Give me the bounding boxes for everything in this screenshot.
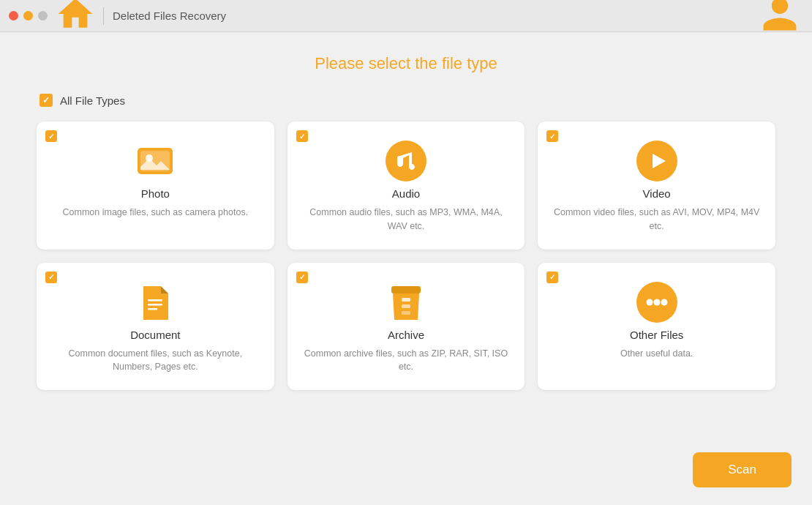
document-icon <box>135 282 176 323</box>
other-checkbox[interactable] <box>546 272 558 283</box>
scan-button[interactable]: Scan <box>693 452 792 487</box>
file-type-card-photo[interactable]: Photo Common image files, such as camera… <box>37 121 274 250</box>
all-file-types-label: All File Types <box>60 94 125 107</box>
photo-description: Common image files, such as camera photo… <box>63 206 249 220</box>
minimize-button[interactable] <box>23 11 33 20</box>
other-title: Other Files <box>630 329 683 341</box>
svg-rect-11 <box>402 304 410 308</box>
svg-rect-10 <box>402 298 410 302</box>
svg-rect-6 <box>148 299 162 302</box>
svg-rect-8 <box>148 308 157 310</box>
video-icon <box>636 141 677 182</box>
traffic-lights <box>9 11 48 20</box>
video-title: Video <box>643 187 671 200</box>
document-checkbox[interactable] <box>45 272 57 283</box>
maximize-button[interactable] <box>38 11 48 20</box>
title-bar: Deleted Files Recovery <box>0 0 812 32</box>
svg-rect-7 <box>148 304 162 306</box>
home-icon[interactable] <box>55 0 96 38</box>
archive-title: Archive <box>388 329 424 341</box>
archive-checkbox[interactable] <box>296 272 308 283</box>
document-description: Common document files, such as Keynote, … <box>51 347 260 375</box>
title-divider <box>103 7 104 25</box>
user-icon[interactable] <box>759 0 800 39</box>
svg-point-14 <box>646 299 653 305</box>
file-type-card-audio[interactable]: Audio Common audio files, such as MP3, W… <box>287 121 525 250</box>
all-file-types-row[interactable]: All File Types <box>37 94 775 107</box>
photo-title: Photo <box>141 187 170 200</box>
file-type-card-video[interactable]: Video Common video files, such as AVI, M… <box>538 121 775 250</box>
audio-checkbox[interactable] <box>296 130 308 142</box>
svg-point-16 <box>661 299 667 305</box>
svg-rect-12 <box>402 311 410 315</box>
audio-description: Common audio files, such as MP3, WMA, M4… <box>302 206 511 233</box>
document-title: Document <box>130 329 180 341</box>
file-types-grid: Photo Common image files, such as camera… <box>37 121 775 390</box>
photo-checkbox[interactable] <box>45 130 57 142</box>
other-icon <box>636 282 677 323</box>
other-description: Other useful data. <box>620 347 693 361</box>
svg-point-15 <box>653 299 660 305</box>
file-type-card-archive[interactable]: Archive Common archive files, such as ZI… <box>287 263 525 391</box>
app-title: Deleted Files Recovery <box>113 10 226 22</box>
archive-description: Common archive files, such as ZIP, RAR, … <box>302 347 511 375</box>
photo-icon <box>135 141 176 182</box>
svg-point-3 <box>386 141 426 182</box>
archive-icon <box>386 282 426 323</box>
main-content: Please select the file type All File Typ… <box>0 32 812 405</box>
svg-rect-9 <box>391 286 421 293</box>
all-file-types-checkbox[interactable] <box>40 94 53 107</box>
audio-icon <box>386 141 426 182</box>
close-button[interactable] <box>9 11 18 20</box>
file-type-card-document[interactable]: Document Common document files, such as … <box>37 263 274 391</box>
video-checkbox[interactable] <box>546 130 558 142</box>
video-description: Common video files, such as AVI, MOV, MP… <box>552 206 761 233</box>
page-title: Please select the file type <box>37 54 775 73</box>
audio-title: Audio <box>392 187 420 200</box>
file-type-card-other[interactable]: Other Files Other useful data. <box>538 263 775 391</box>
